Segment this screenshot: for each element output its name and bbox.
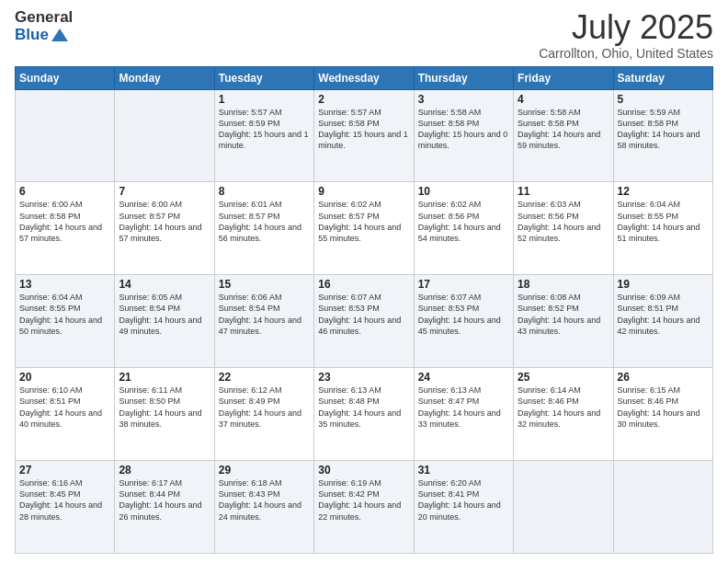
calendar-cell: 28Sunrise: 6:17 AM Sunset: 8:44 PM Dayli… — [115, 461, 214, 554]
day-number: 23 — [318, 371, 409, 384]
calendar-cell — [514, 461, 613, 554]
col-header-saturday: Saturday — [613, 66, 712, 89]
day-info: Sunrise: 6:09 AM Sunset: 8:51 PM Dayligh… — [618, 292, 709, 337]
day-info: Sunrise: 6:04 AM Sunset: 8:55 PM Dayligh… — [618, 199, 709, 244]
calendar-cell: 1Sunrise: 5:57 AM Sunset: 8:59 PM Daylig… — [214, 89, 313, 182]
calendar-cell: 13Sunrise: 6:04 AM Sunset: 8:55 PM Dayli… — [16, 275, 115, 368]
title-block: July 2025 Carrollton, Ohio, United State… — [539, 9, 713, 61]
col-header-wednesday: Wednesday — [314, 66, 414, 89]
calendar-cell: 11Sunrise: 6:03 AM Sunset: 8:56 PM Dayli… — [514, 182, 613, 275]
day-number: 8 — [219, 185, 310, 198]
day-info: Sunrise: 6:04 AM Sunset: 8:55 PM Dayligh… — [19, 292, 110, 337]
day-info: Sunrise: 6:10 AM Sunset: 8:51 PM Dayligh… — [19, 385, 110, 430]
day-number: 2 — [318, 93, 409, 106]
day-info: Sunrise: 6:13 AM Sunset: 8:48 PM Dayligh… — [318, 385, 409, 430]
day-info: Sunrise: 6:15 AM Sunset: 8:46 PM Dayligh… — [618, 385, 709, 430]
logo-blue: Blue — [15, 27, 49, 44]
day-info: Sunrise: 6:07 AM Sunset: 8:53 PM Dayligh… — [318, 292, 409, 337]
day-number: 22 — [219, 371, 310, 384]
day-number: 6 — [19, 185, 110, 198]
day-info: Sunrise: 6:07 AM Sunset: 8:53 PM Dayligh… — [418, 292, 509, 337]
day-number: 11 — [518, 185, 609, 198]
logo: General Blue — [15, 9, 73, 43]
col-header-sunday: Sunday — [16, 66, 115, 89]
col-header-friday: Friday — [514, 66, 613, 89]
day-number: 17 — [418, 278, 509, 291]
day-info: Sunrise: 6:03 AM Sunset: 8:56 PM Dayligh… — [518, 199, 609, 244]
day-number: 21 — [119, 371, 210, 384]
col-header-monday: Monday — [115, 66, 214, 89]
calendar-cell: 22Sunrise: 6:12 AM Sunset: 8:49 PM Dayli… — [214, 368, 313, 461]
page: General Blue July 2025 Carrollton, Ohio,… — [0, 0, 728, 563]
calendar-cell: 16Sunrise: 6:07 AM Sunset: 8:53 PM Dayli… — [314, 275, 414, 368]
day-info: Sunrise: 6:12 AM Sunset: 8:49 PM Dayligh… — [219, 385, 310, 430]
calendar-cell: 27Sunrise: 6:16 AM Sunset: 8:45 PM Dayli… — [16, 461, 115, 554]
logo-general: General — [15, 9, 73, 27]
calendar-cell: 2Sunrise: 5:57 AM Sunset: 8:58 PM Daylig… — [314, 89, 414, 182]
day-info: Sunrise: 6:20 AM Sunset: 8:41 PM Dayligh… — [418, 477, 509, 523]
day-info: Sunrise: 6:01 AM Sunset: 8:57 PM Dayligh… — [219, 199, 310, 244]
calendar-cell: 9Sunrise: 6:02 AM Sunset: 8:57 PM Daylig… — [314, 182, 414, 275]
day-number: 31 — [418, 464, 509, 477]
calendar-cell: 20Sunrise: 6:10 AM Sunset: 8:51 PM Dayli… — [16, 368, 115, 461]
svg-marker-0 — [51, 29, 68, 41]
day-info: Sunrise: 6:17 AM Sunset: 8:44 PM Dayligh… — [119, 477, 210, 523]
calendar-cell: 17Sunrise: 6:07 AM Sunset: 8:53 PM Dayli… — [414, 275, 513, 368]
calendar-cell: 19Sunrise: 6:09 AM Sunset: 8:51 PM Dayli… — [613, 275, 712, 368]
day-number: 18 — [518, 278, 609, 291]
day-info: Sunrise: 6:11 AM Sunset: 8:50 PM Dayligh… — [119, 385, 210, 430]
col-header-tuesday: Tuesday — [214, 66, 313, 89]
calendar-cell: 23Sunrise: 6:13 AM Sunset: 8:48 PM Dayli… — [314, 368, 414, 461]
calendar-cell — [115, 89, 214, 182]
day-info: Sunrise: 6:16 AM Sunset: 8:45 PM Dayligh… — [19, 477, 110, 523]
day-number: 10 — [418, 185, 509, 198]
calendar-cell: 31Sunrise: 6:20 AM Sunset: 8:41 PM Dayli… — [414, 461, 513, 554]
calendar-cell: 18Sunrise: 6:08 AM Sunset: 8:52 PM Dayli… — [514, 275, 613, 368]
day-info: Sunrise: 5:58 AM Sunset: 8:58 PM Dayligh… — [518, 107, 609, 152]
day-number: 13 — [19, 278, 110, 291]
day-number: 14 — [119, 278, 210, 291]
day-info: Sunrise: 5:57 AM Sunset: 8:58 PM Dayligh… — [318, 107, 409, 152]
col-header-thursday: Thursday — [414, 66, 513, 89]
day-number: 25 — [518, 371, 609, 384]
calendar-cell: 14Sunrise: 6:05 AM Sunset: 8:54 PM Dayli… — [115, 275, 214, 368]
day-number: 24 — [418, 371, 509, 384]
calendar-cell: 12Sunrise: 6:04 AM Sunset: 8:55 PM Dayli… — [613, 182, 712, 275]
header: General Blue July 2025 Carrollton, Ohio,… — [15, 9, 713, 61]
day-number: 26 — [618, 371, 709, 384]
day-info: Sunrise: 6:02 AM Sunset: 8:56 PM Dayligh… — [418, 199, 509, 244]
day-number: 19 — [618, 278, 709, 291]
day-number: 27 — [19, 464, 110, 477]
calendar-table: SundayMondayTuesdayWednesdayThursdayFrid… — [15, 66, 713, 554]
day-info: Sunrise: 6:14 AM Sunset: 8:46 PM Dayligh… — [518, 385, 609, 430]
day-info: Sunrise: 6:19 AM Sunset: 8:42 PM Dayligh… — [318, 477, 409, 523]
calendar-cell: 5Sunrise: 5:59 AM Sunset: 8:58 PM Daylig… — [613, 89, 712, 182]
day-number: 15 — [219, 278, 310, 291]
day-number: 20 — [19, 371, 110, 384]
calendar-cell — [613, 461, 712, 554]
calendar-cell: 6Sunrise: 6:00 AM Sunset: 8:58 PM Daylig… — [16, 182, 115, 275]
day-info: Sunrise: 5:58 AM Sunset: 8:58 PM Dayligh… — [418, 107, 509, 152]
day-number: 16 — [318, 278, 409, 291]
day-info: Sunrise: 6:05 AM Sunset: 8:54 PM Dayligh… — [119, 292, 210, 337]
day-info: Sunrise: 6:00 AM Sunset: 8:57 PM Dayligh… — [119, 199, 210, 244]
calendar-cell: 3Sunrise: 5:58 AM Sunset: 8:58 PM Daylig… — [414, 89, 513, 182]
day-info: Sunrise: 5:57 AM Sunset: 8:59 PM Dayligh… — [219, 107, 310, 152]
calendar-cell: 26Sunrise: 6:15 AM Sunset: 8:46 PM Dayli… — [613, 368, 712, 461]
day-info: Sunrise: 6:00 AM Sunset: 8:58 PM Dayligh… — [19, 199, 110, 244]
day-info: Sunrise: 6:06 AM Sunset: 8:54 PM Dayligh… — [219, 292, 310, 337]
calendar-cell: 15Sunrise: 6:06 AM Sunset: 8:54 PM Dayli… — [214, 275, 313, 368]
day-number: 1 — [219, 93, 310, 106]
day-number: 9 — [318, 185, 409, 198]
day-number: 3 — [418, 93, 509, 106]
logo-triangle-icon — [51, 29, 68, 41]
day-info: Sunrise: 6:08 AM Sunset: 8:52 PM Dayligh… — [518, 292, 609, 337]
day-number: 4 — [518, 93, 609, 106]
day-number: 29 — [219, 464, 310, 477]
day-info: Sunrise: 6:18 AM Sunset: 8:43 PM Dayligh… — [219, 477, 310, 523]
day-number: 7 — [119, 185, 210, 198]
calendar-cell — [16, 89, 115, 182]
calendar-cell: 30Sunrise: 6:19 AM Sunset: 8:42 PM Dayli… — [314, 461, 414, 554]
day-info: Sunrise: 6:13 AM Sunset: 8:47 PM Dayligh… — [418, 385, 509, 430]
calendar-cell: 21Sunrise: 6:11 AM Sunset: 8:50 PM Dayli… — [115, 368, 214, 461]
